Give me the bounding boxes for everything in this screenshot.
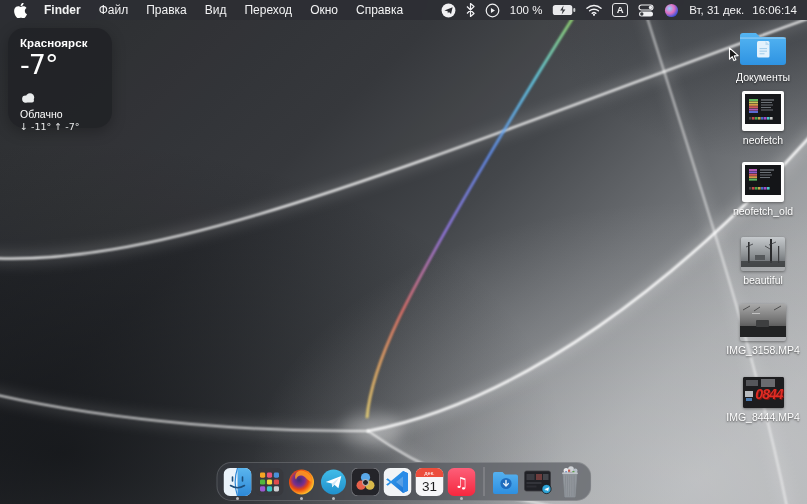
dock-telegram[interactable] xyxy=(319,463,348,501)
menu-item-go[interactable]: Переход xyxy=(235,3,301,17)
menu-item-finder[interactable]: Finder xyxy=(35,3,90,17)
desktop-icons-column: Документы xyxy=(719,0,807,504)
control-center-icon[interactable] xyxy=(638,4,654,17)
desktop-icon-label: beautiful xyxy=(743,274,783,286)
menu-item-file[interactable]: Файл xyxy=(90,3,138,17)
firefox-icon xyxy=(288,468,316,496)
finder-icon xyxy=(224,468,252,496)
menu-item-window[interactable]: Окно xyxy=(301,3,347,17)
menubar-time[interactable]: 16:06:14 xyxy=(752,4,797,16)
menu-item-view[interactable]: Вид xyxy=(196,3,236,17)
telegram-status-icon[interactable] xyxy=(441,3,456,18)
input-source-indicator[interactable]: A xyxy=(612,3,628,17)
menubar-date[interactable]: Вт, 31 дек. xyxy=(689,4,744,16)
desktop: Finder Файл Правка Вид Переход Окно Спра… xyxy=(0,0,807,504)
dock-vscode[interactable] xyxy=(383,463,412,501)
wallpaper xyxy=(0,0,807,504)
weather-condition: Облачно xyxy=(20,108,100,120)
weather-widget[interactable]: Красноярск -7° Облачно ↓ -11° ↑ -7° xyxy=(8,28,112,128)
launchpad-icon xyxy=(256,468,284,496)
desktop-icon-label: Документы xyxy=(736,71,790,83)
dock-calendar[interactable]: дек. 31 xyxy=(415,463,444,501)
menu-bar: Finder Файл Правка Вид Переход Окно Спра… xyxy=(0,0,807,20)
wifi-icon[interactable] xyxy=(586,4,602,16)
cloud-icon xyxy=(20,89,100,107)
screenshot-thumbnail xyxy=(742,162,784,202)
desktop-icon-label: neofetch xyxy=(743,134,783,146)
dock-minimized-telegram-window[interactable] xyxy=(523,463,552,501)
battery-icon[interactable] xyxy=(552,4,576,16)
screenshot-thumbnail xyxy=(742,91,784,131)
dock-separator xyxy=(483,467,484,496)
telegram-icon xyxy=(320,468,348,496)
now-playing-icon[interactable] xyxy=(485,3,500,18)
svg-text:♫: ♫ xyxy=(455,474,468,492)
weather-city: Красноярск xyxy=(20,37,100,49)
weather-temperature: -7° xyxy=(20,49,100,80)
video-thumbnail xyxy=(741,237,785,271)
dock-launchpad[interactable] xyxy=(255,463,284,501)
desktop-icon-neofetch[interactable]: neofetch xyxy=(719,91,807,146)
dock-trash[interactable] xyxy=(555,463,584,501)
desktop-icon-label: neofetch_old xyxy=(733,205,793,217)
dock-firefox[interactable] xyxy=(287,463,316,501)
dock-music[interactable]: ♫ xyxy=(447,463,476,501)
dock-finder[interactable] xyxy=(223,463,252,501)
trash-full-icon xyxy=(555,465,584,499)
desktop-icon-neofetch-old[interactable]: neofetch_old xyxy=(719,162,807,217)
weather-high-low: ↓ -11° ↑ -7° xyxy=(20,121,100,132)
davinci-resolve-icon xyxy=(352,468,380,496)
desktop-icon-beautiful[interactable]: beautiful xyxy=(719,237,807,286)
battery-percent: 100 % xyxy=(510,4,543,16)
folder-icon xyxy=(737,28,789,68)
calendar-day: 31 xyxy=(422,478,437,493)
desktop-icon-label: IMG_8444.MP4 xyxy=(726,411,800,423)
video-thumbnail xyxy=(740,304,786,341)
dock-downloads-folder[interactable] xyxy=(491,463,520,501)
desktop-icon-img-3158[interactable]: IMG_3158.MP4 xyxy=(719,304,807,356)
music-icon: ♫ xyxy=(448,468,476,496)
vscode-icon xyxy=(384,468,412,496)
mouse-cursor xyxy=(728,47,741,63)
menu-item-edit[interactable]: Правка xyxy=(137,3,196,17)
calendar-month: дек. xyxy=(424,469,435,475)
siri-icon[interactable] xyxy=(664,3,679,18)
calendar-icon: дек. 31 xyxy=(416,468,444,496)
menu-item-help[interactable]: Справка xyxy=(347,3,412,17)
desktop-icon-img-8444[interactable]: 0844 IMG_8444.MP4 xyxy=(719,377,807,423)
apple-menu-icon[interactable] xyxy=(14,3,27,18)
bluetooth-icon[interactable] xyxy=(466,3,475,17)
minimized-window-thumbnail xyxy=(523,469,552,495)
dock-davinci-resolve[interactable] xyxy=(351,463,380,501)
video-thumb-text: 0844 xyxy=(755,386,782,402)
desktop-icon-label: IMG_3158.MP4 xyxy=(726,344,800,356)
video-thumbnail: 0844 xyxy=(743,377,784,408)
dock: дек. 31 ♫ xyxy=(216,462,591,501)
downloads-folder-icon xyxy=(491,469,520,495)
